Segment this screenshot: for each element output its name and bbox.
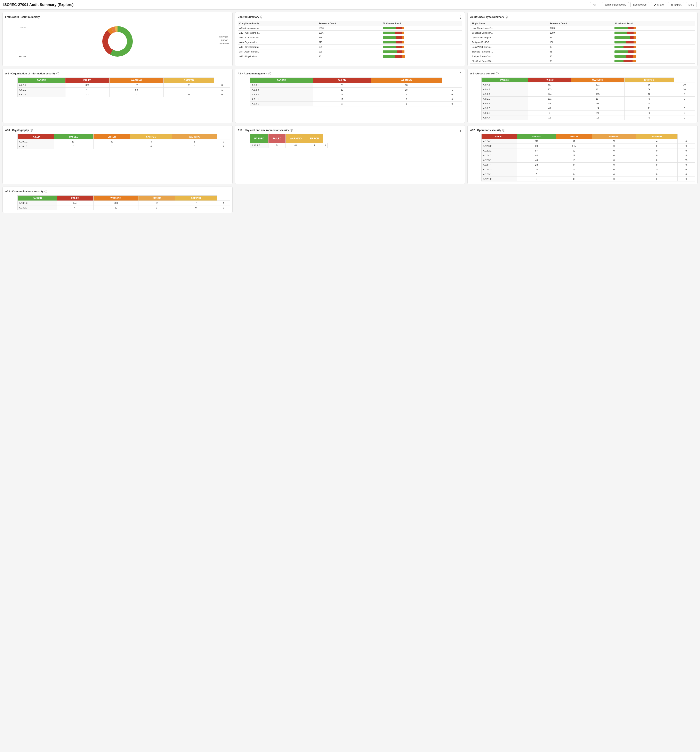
card-header: A13 - Communications security i ⋮ [5,189,230,194]
card-header: A 9 - Access control i ⋮ [470,71,695,76]
table-row: A.12.4.24417008 [482,153,695,158]
table-row: A.12.1.200050 [482,177,695,182]
audit-check-type-table: Plugin Name Reference Count All Value of… [470,21,695,64]
table-row: A.9.4.4101900 [482,115,695,120]
table-row: A.9.4.54331213610 [482,82,695,87]
a12-card: A12 - Operations security i ⋮ FAILED PAS… [467,125,697,184]
more-options-icon[interactable]: ⋮ [226,189,230,194]
table-row: A.10.1.110782410 [18,140,230,144]
more-options-icon[interactable]: ⋮ [226,15,230,19]
a8-title: A 8 - Asset management i [238,72,271,75]
table-row: A.11.2.8544111 [250,143,328,148]
table-row: OpenShift Complia... 86 [470,35,695,40]
top-bar-controls: All Jump to Dashboard Dashboards Share E… [590,2,697,8]
card-header: Audit Check Type Summary i ⋮ [470,15,695,19]
more-options-icon[interactable]: ⋮ [459,128,462,132]
dashboards-button[interactable]: Dashboards [630,2,649,8]
table-row: Fortigate FortiOS ... 130 [470,40,695,45]
more-options-icon[interactable]: ⋮ [226,71,230,76]
table-row: A.6.2.112400 [18,92,230,97]
col-family: Compliance Family ... [238,21,317,26]
a10-title: A10 - Cryptography i [5,129,33,132]
more-button[interactable]: More [686,2,697,8]
info-icon[interactable]: i [502,129,505,132]
a6-table: PASSED FAILED WARNING SKIPPED A.6.1.2321… [17,78,230,97]
a6-title: A 6 - Organization of information securi… [5,72,59,75]
a10-card: A10 - Cryptography i ⋮ FAILED PASSED ERR… [3,125,233,184]
donut-label-warning: WARNING [219,42,229,45]
share-icon [653,3,656,6]
table-row: A.9.4.3439500 [482,101,695,106]
a13-card: A13 - Communications security i ⋮ PASSED… [3,186,233,213]
table-row: Juniper Junos Com... 43 [470,54,695,59]
info-icon[interactable]: i [268,72,271,75]
a11-card: A11 - Physical and environmental securit… [235,125,465,184]
a12-title: A12 - Operations security i [470,129,505,132]
table-row: A13 - Communicati... 968 [238,35,462,40]
page-title: ISO/IEC-27001 Audit Summary (Explore) [3,3,73,7]
table-row: A.6.1.2321101330 [18,83,230,87]
table-row: A.9.2.510111700 [482,96,695,101]
table-row: A.9.2.602300 [482,111,695,115]
table-row: A.9.2.34324210 [482,106,695,111]
share-button[interactable]: Share [651,2,666,8]
a9-table: PASSED FAILED WARNING SKIPPED A.9.4.5433… [481,78,695,120]
table-row: Brocade FabricOS ... 43 [470,50,695,54]
control-summary-title: Control Summary i [238,16,263,19]
card-header: A12 - Operations security i ⋮ [470,128,695,132]
table-row: A.9.4.14331213610 [482,87,695,92]
table-row: A.10.1.211001 [18,144,230,149]
table-row: A.12.3.150000 [482,172,695,177]
framework-summary-title: Framework Result Summary [5,16,40,19]
donut-chart-container: PASSED SKIPPED ERROR WARNING FAILED [5,21,230,62]
table-row: A.13.1.35502694274 [18,201,230,205]
info-icon[interactable]: i [260,16,263,19]
table-row: A.13.2.34760000 [18,205,230,210]
col-plugin: Plugin Name [470,21,548,26]
export-icon [670,3,674,6]
card-header: A 6 - Organization of information securi… [5,71,230,76]
info-icon[interactable]: i [30,129,33,132]
jump-to-dashboard-button[interactable]: Jump to Dashboard [602,2,629,8]
export-button[interactable]: Export [668,2,684,8]
donut-label-skipped: SKIPPED [219,36,228,38]
filter-all-button[interactable]: All [590,2,600,8]
info-icon[interactable]: i [56,72,59,75]
info-icon[interactable]: i [496,72,499,75]
table-row: A.8.3.326181 [250,87,462,92]
table-row: A.12.4.4280000 [482,163,695,167]
info-icon[interactable]: i [505,16,508,19]
more-options-icon[interactable]: ⋮ [691,71,695,76]
card-header: A10 - Cryptography i ⋮ [5,128,230,132]
more-options-icon[interactable]: ⋮ [226,128,230,132]
info-icon[interactable]: i [290,129,293,132]
more-options-icon[interactable]: ⋮ [459,15,462,19]
table-row: A.12.5.140100035 [482,158,695,163]
table-row: A.12.2.19759000 [482,148,695,153]
table-row: A.12.4.315120120 [482,167,695,172]
info-icon[interactable]: i [45,190,47,193]
card-header: Framework Result Summary ⋮ [5,15,230,19]
table-row: A.12.4.1278626140 [482,139,695,144]
control-summary-table: Compliance Family ... Reference Count Al… [238,21,462,59]
a13-table: PASSED FAILED WARNING ERROR SKIPPED A.13… [17,196,230,210]
more-options-icon[interactable]: ⋮ [459,71,462,76]
a6-card: A 6 - Organization of information securi… [3,69,233,123]
table-row: A 9 - Access control 1986 [238,26,462,31]
table-row: A.9.2.1144105100 [482,92,695,96]
control-summary-card: Control Summary i ⋮ Compliance Family ..… [235,12,465,66]
donut-label-passed: PASSED [20,26,28,28]
table-row: A.12.6.259175000 [482,144,695,148]
table-row: A 8 - Asset manag... 126 [238,50,462,54]
audit-check-type-card: Audit Check Type Summary i ⋮ Plugin Name… [467,12,697,66]
table-row: A10 - Cryptography 191 [238,45,462,50]
a10-table: FAILED PASSED ERROR SKIPPED WARNING A.10… [17,134,230,149]
a8-table: PASSED FAILED WARNING A.8.3.126181A.8.3.… [250,78,462,106]
donut-label-error: ERROR [221,39,228,41]
table-row: SonicWALL Sonic... 30 [470,45,695,50]
more-options-icon[interactable]: ⋮ [691,128,695,132]
dashboard-grid: Framework Result Summary ⋮ PASSED SKIPPE… [0,9,700,215]
col-refcount: Reference Count [317,21,381,26]
a11-title: A11 - Physical and environmental securit… [238,129,293,132]
more-options-icon[interactable]: ⋮ [691,15,695,19]
